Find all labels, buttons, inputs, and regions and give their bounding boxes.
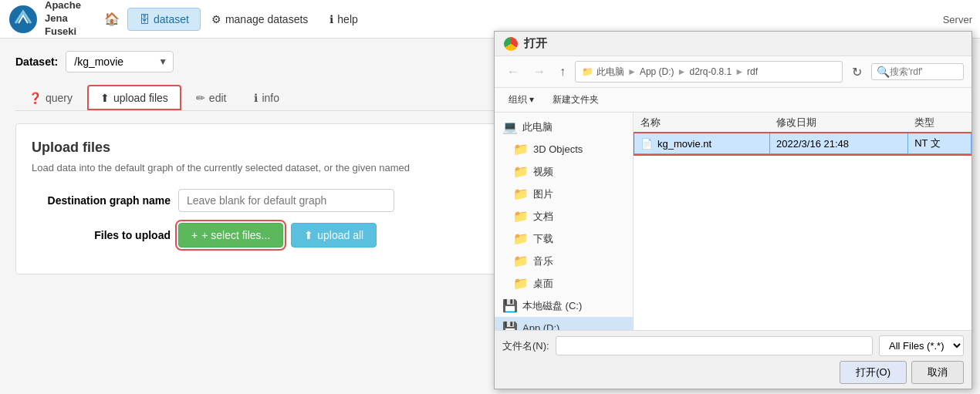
file-date-cell: 2022/3/16 21:48	[770, 133, 908, 154]
brand: Apache Jena Fuseki	[8, 0, 81, 39]
col-type[interactable]: 类型	[908, 113, 972, 133]
dest-graph-label: Destination graph name	[32, 194, 171, 207]
forward-button[interactable]: →	[529, 63, 550, 80]
filetype-select[interactable]: All Files (*.*)	[879, 335, 964, 356]
left-item-video[interactable]: 📁 视频	[495, 160, 633, 183]
left-item-computer[interactable]: 💻 此电脑	[495, 116, 633, 138]
left-panel: 💻 此电脑 📁 3D Objects 📁 视频 📁 图片 📁 文档 📁	[495, 113, 634, 330]
tab-upload-files[interactable]: ⬆ upload files	[87, 85, 181, 110]
folder-icon: 📁	[513, 187, 529, 201]
file-table: 名称 修改日期 类型 📄 kg_movie.nt	[634, 113, 972, 330]
info-circle-icon: ℹ	[329, 13, 333, 25]
breadcrumb-part3: d2rq-0.8.1	[689, 66, 732, 77]
search-icon: 🔍	[877, 66, 890, 78]
folder-icon: 📁	[513, 209, 529, 224]
files-to-upload-label: Files to upload	[32, 229, 171, 241]
left-item-d-drive[interactable]: 💾 App (D:)	[495, 317, 633, 330]
organize-button[interactable]: 组织 ▾	[502, 91, 540, 109]
dest-graph-input[interactable]	[178, 189, 394, 212]
dataset-select[interactable]: /kg_movie	[66, 51, 174, 72]
dialog-body: 💻 此电脑 📁 3D Objects 📁 视频 📁 图片 📁 文档 📁	[495, 113, 972, 330]
tab-help[interactable]: ℹ help	[319, 8, 368, 30]
upload-icon: ⬆	[100, 92, 110, 104]
filename-input[interactable]	[556, 336, 873, 355]
left-item-3d[interactable]: 📁 3D Objects	[495, 138, 633, 160]
new-folder-button[interactable]: 新建文件夹	[546, 91, 605, 109]
info-icon: ℹ	[254, 92, 258, 104]
col-date[interactable]: 修改日期	[770, 113, 908, 133]
tab-dataset[interactable]: 🗄 dataset	[127, 8, 201, 31]
dataset-label: Dataset:	[15, 56, 58, 68]
file-dialog: 打开 ← → ↑ 📁 此电脑 ► App (D:) ► d2rq-0.8.1 ►…	[494, 31, 972, 389]
server-label: Server	[935, 13, 980, 25]
right-panel: 名称 修改日期 类型 📄 kg_movie.nt	[634, 113, 972, 330]
chrome-icon	[504, 37, 518, 51]
left-item-music[interactable]: 📁 音乐	[495, 250, 633, 272]
home-button[interactable]: 🏠	[96, 7, 127, 31]
folder-icon: 📁	[582, 66, 593, 77]
file-name-cell: 📄 kg_movie.nt	[634, 133, 770, 154]
brand-line3: Fuseki	[45, 25, 81, 39]
dialog-title: 打开	[524, 36, 547, 51]
breadcrumb[interactable]: 📁 此电脑 ► App (D:) ► d2rq-0.8.1 ► rdf	[575, 61, 843, 83]
back-button[interactable]: ←	[502, 63, 524, 80]
left-item-picture[interactable]: 📁 图片	[495, 183, 633, 205]
dialog-cancel-button[interactable]: 取消	[911, 361, 964, 384]
select-files-button[interactable]: + + select files...	[178, 223, 283, 248]
dataset-select-wrapper: /kg_movie ▼	[66, 51, 174, 72]
brand-line1: Apache	[45, 0, 81, 12]
search-input[interactable]	[890, 66, 959, 77]
dialog-titlebar: 打开	[495, 32, 972, 56]
tab-edit[interactable]: ✏ edit	[183, 85, 240, 110]
gear-icon: ⚙	[211, 13, 221, 25]
table-row[interactable]: 📄 kg_movie.nt 2022/3/16 21:48 NT 文	[634, 133, 972, 154]
left-item-doc[interactable]: 📁 文档	[495, 205, 633, 227]
folder-icon: 📁	[513, 164, 529, 179]
database-icon: 🗄	[139, 13, 150, 25]
dialog-bottom: 文件名(N): All Files (*.*) 打开(O) 取消	[495, 330, 972, 389]
left-item-download[interactable]: 📁 下载	[495, 227, 633, 250]
dialog-toolbar: ← → ↑ 📁 此电脑 ► App (D:) ► d2rq-0.8.1 ► rd…	[495, 56, 972, 88]
breadcrumb-part2: App (D:)	[640, 66, 674, 77]
refresh-button[interactable]: ↻	[847, 63, 867, 81]
left-item-desktop[interactable]: 📁 桌面	[495, 272, 633, 295]
music-folder-icon: 📁	[513, 254, 529, 268]
up-button[interactable]: ↑	[555, 63, 570, 80]
tab-query[interactable]: ❓ query	[15, 85, 86, 110]
dialog-open-button[interactable]: 打开(O)	[840, 361, 907, 384]
tab-info[interactable]: ℹ info	[241, 85, 292, 110]
c-drive-icon: 💾	[502, 298, 518, 313]
filename-label: 文件名(N):	[502, 339, 549, 353]
brand-logo	[8, 4, 39, 35]
plus-icon: +	[191, 229, 198, 241]
breadcrumb-part1: 此电脑	[596, 66, 624, 79]
computer-icon: 💻	[502, 120, 518, 134]
breadcrumb-part4: rdf	[747, 66, 758, 77]
left-item-c-drive[interactable]: 💾 本地磁盘 (C:)	[495, 295, 633, 317]
question-icon: ❓	[29, 92, 42, 104]
dialog-buttons: 打开(O) 取消	[502, 361, 964, 384]
dialog-actions-bar: 组织 ▾ 新建文件夹	[495, 88, 972, 113]
search-box: 🔍	[871, 63, 964, 80]
upload-all-icon: ⬆	[304, 229, 313, 241]
download-folder-icon: 📁	[513, 231, 529, 246]
filename-row: 文件名(N): All Files (*.*)	[502, 335, 964, 356]
d-drive-icon: 💾	[502, 321, 518, 330]
desktop-folder-icon: 📁	[513, 276, 529, 291]
upload-all-button[interactable]: ⬆ upload all	[291, 223, 377, 248]
tab-manage-datasets[interactable]: ⚙ manage datasets	[201, 8, 319, 30]
folder-icon: 📁	[513, 142, 529, 157]
file-icon: 📄	[640, 138, 653, 150]
col-name[interactable]: 名称	[634, 113, 770, 133]
brand-line2: Jena	[45, 12, 81, 25]
file-type-cell: NT 文	[908, 133, 972, 154]
pencil-icon: ✏	[196, 92, 205, 104]
